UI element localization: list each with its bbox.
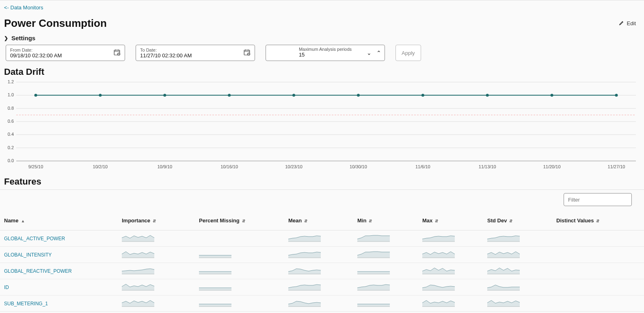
col-importance[interactable]: Importance⇵ (118, 213, 195, 230)
sparkline-pctmissing (195, 263, 284, 279)
data-drift-heading: Data Drift (0, 67, 644, 80)
drift-chart: 0.00.20.40.60.81.01.29/25/1010/2/1010/9/… (0, 80, 644, 173)
col-mean[interactable]: Mean⇵ (284, 213, 353, 230)
col-pctmissing[interactable]: Percent Missing⇵ (195, 213, 284, 230)
to-date-label: To Date: (140, 48, 251, 52)
from-date-field[interactable]: From Date: 09/18/10 02:32:00 AM (6, 45, 125, 61)
feature-link[interactable]: ID (0, 279, 118, 296)
sparkline-max (418, 247, 483, 263)
svg-text:1.0: 1.0 (8, 92, 14, 97)
sparkline-distinct (552, 279, 644, 296)
sparkline-std (483, 279, 552, 296)
chevron-up-icon[interactable]: ⌃ (376, 50, 381, 56)
svg-text:0.8: 0.8 (8, 106, 14, 111)
table-row: GLOBAL_REACTIVE_POWER (0, 263, 644, 279)
calendar-icon[interactable] (113, 49, 121, 57)
sparkline-min (353, 247, 418, 263)
sparkline-min (353, 263, 418, 279)
sparkline-importance (118, 263, 195, 279)
sparkline-std (483, 263, 552, 279)
filter-input[interactable] (564, 193, 632, 206)
from-date-value: 09/18/10 02:32:00 AM (10, 52, 121, 59)
chevron-down-icon[interactable]: ⌄ (367, 50, 372, 56)
sparkline-importance (118, 230, 195, 247)
to-date-field[interactable]: To Date: 11/27/10 02:32:00 AM (136, 45, 255, 61)
sparkline-importance (118, 247, 195, 263)
feature-link[interactable]: GLOBAL_ACTIVE_POWER (0, 230, 118, 247)
edit-button[interactable]: Edit (619, 20, 636, 27)
svg-text:10/2/10: 10/2/10 (93, 164, 108, 169)
svg-text:0.4: 0.4 (8, 132, 14, 137)
settings-toggle[interactable]: ❯ Settings (0, 33, 644, 45)
sparkline-min (353, 279, 418, 296)
sparkline-std (483, 296, 552, 312)
svg-text:1.2: 1.2 (8, 80, 14, 84)
sparkline-mean (284, 279, 353, 296)
to-date-value: 11/27/10 02:32:00 AM (140, 52, 251, 59)
sparkline-pctmissing (195, 230, 284, 247)
sort-icon: ⇵ (242, 219, 245, 223)
pencil-icon (619, 20, 625, 27)
sparkline-max (418, 279, 483, 296)
page-title: Power Consumption (4, 17, 107, 30)
table-row: GLOBAL_ACTIVE_POWER (0, 230, 644, 247)
col-max[interactable]: Max⇵ (418, 213, 483, 230)
features-heading: Features (0, 176, 644, 189)
sparkline-distinct (552, 263, 644, 279)
svg-text:0.6: 0.6 (8, 119, 14, 124)
from-date-label: From Date: (10, 48, 121, 52)
svg-text:0.2: 0.2 (8, 145, 14, 150)
sort-icon: ⇵ (435, 219, 438, 223)
svg-point-34 (292, 94, 295, 97)
sort-icon: ⇵ (153, 219, 156, 223)
svg-text:10/9/10: 10/9/10 (157, 164, 172, 169)
sparkline-mean (284, 247, 353, 263)
max-periods-stepper[interactable]: Maximum Analysis periods 15 ⌄ ⌃ (266, 45, 385, 61)
apply-button[interactable]: Apply (395, 45, 421, 61)
sparkline-distinct (552, 247, 644, 263)
breadcrumb-back[interactable]: <- Data Monitors (0, 0, 43, 13)
table-row: GLOBAL_INTENSITY (0, 247, 644, 263)
max-periods-value: 15 (299, 52, 352, 58)
sparkline-min (353, 230, 418, 247)
feature-link[interactable]: GLOBAL_REACTIVE_POWER (0, 263, 118, 279)
table-row: SUB_METERING_1 (0, 296, 644, 312)
sparkline-std (483, 247, 552, 263)
svg-text:11/13/10: 11/13/10 (479, 164, 496, 169)
col-std[interactable]: Std Dev⇵ (483, 213, 552, 230)
sparkline-mean (284, 230, 353, 247)
svg-point-36 (421, 94, 424, 97)
sparkline-std (483, 230, 552, 247)
sparkline-distinct (552, 296, 644, 312)
sort-icon: ⇵ (509, 219, 512, 223)
svg-point-33 (228, 94, 231, 97)
feature-link[interactable]: SUB_METERING_1 (0, 296, 118, 312)
sort-icon: ⇵ (304, 219, 307, 223)
sparkline-max (418, 296, 483, 312)
svg-text:10/23/10: 10/23/10 (285, 164, 303, 169)
svg-text:11/20/10: 11/20/10 (543, 164, 561, 169)
sparkline-importance (118, 279, 195, 296)
svg-text:10/16/10: 10/16/10 (220, 164, 238, 169)
sort-icon: ⇵ (596, 219, 599, 223)
table-row: ID (0, 279, 644, 296)
svg-point-31 (99, 94, 102, 97)
col-min[interactable]: Min⇵ (353, 213, 418, 230)
svg-text:0.0: 0.0 (8, 158, 14, 163)
calendar-icon[interactable] (243, 49, 251, 57)
sparkline-mean (284, 263, 353, 279)
edit-label: Edit (627, 20, 636, 26)
sort-icon: ⇵ (369, 219, 372, 223)
feature-link[interactable]: GLOBAL_INTENSITY (0, 247, 118, 263)
sparkline-mean (284, 296, 353, 312)
sparkline-max (418, 263, 483, 279)
svg-point-35 (357, 94, 360, 97)
col-name[interactable]: Name▲ (0, 213, 118, 230)
sparkline-pctmissing (195, 247, 284, 263)
features-table: Name▲ Importance⇵ Percent Missing⇵ Mean⇵… (0, 213, 644, 312)
svg-text:9/25/10: 9/25/10 (28, 164, 43, 169)
sparkline-pctmissing (195, 279, 284, 296)
sparkline-min (353, 296, 418, 312)
svg-point-32 (163, 94, 166, 97)
col-distinct[interactable]: Distinct Values⇵ (552, 213, 644, 230)
